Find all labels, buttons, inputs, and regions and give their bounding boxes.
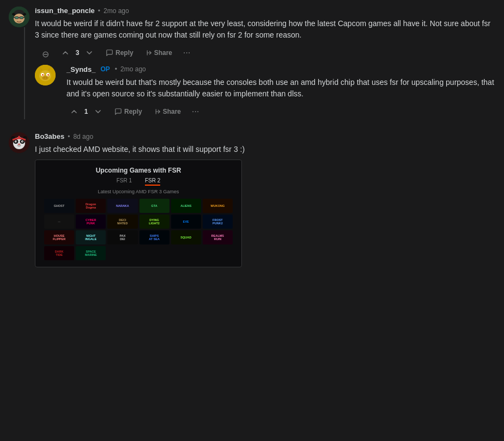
comment-header-bo3abes: Bo3abes • 8d ago (35, 132, 495, 140)
downvote-button-synds[interactable] (90, 105, 106, 118)
comment-text-bo3abes: I just checked AMD website, it shows tha… (35, 144, 495, 155)
vote-section-issun: ⊖ 3 (35, 46, 97, 59)
share-button-issun[interactable]: Share (140, 46, 177, 59)
comment-synds: _Synds_ OP • 2mo ago It would be weird b… (35, 65, 495, 119)
action-bar-issun: ⊖ 3 (35, 45, 495, 60)
reply-button-synds[interactable]: Reply (110, 105, 147, 118)
upvote-button-issun[interactable] (58, 46, 73, 59)
svg-point-32 (18, 144, 21, 145)
dot-issun: • (98, 7, 100, 15)
more-button-issun[interactable]: ··· (179, 45, 195, 60)
svg-point-18 (42, 74, 44, 76)
svg-point-31 (22, 142, 23, 143)
svg-point-19 (47, 74, 49, 76)
avatar-issun (9, 7, 29, 27)
username-issun: issun_the_poncle (35, 7, 95, 15)
more-button-synds[interactable]: ··· (187, 104, 203, 119)
collapse-button-issun[interactable]: ⊖ (35, 49, 56, 59)
comment-header-issun: issun_the_poncle • 2mo ago (35, 7, 495, 15)
reply-container-synds: _Synds_ OP • 2mo ago It would be weird b… (35, 65, 495, 119)
svg-rect-9 (13, 17, 15, 18)
username-synds: _Synds_ (66, 65, 95, 74)
comment-body-issun: issun_the_poncle • 2mo ago It would be w… (35, 7, 495, 119)
spacer (9, 124, 495, 132)
vote-count-synds: 1 (84, 108, 88, 115)
svg-rect-10 (23, 17, 25, 18)
upvote-button-synds[interactable] (66, 105, 82, 118)
comment-body-synds: _Synds_ OP • 2mo ago It would be weird b… (61, 65, 495, 119)
svg-point-15 (42, 76, 48, 80)
reply-button-issun[interactable]: Reply (101, 46, 138, 59)
avatar-bo3abes (9, 132, 29, 153)
comments-container: issun_the_poncle • 2mo ago It would be w… (0, 0, 504, 278)
share-button-synds[interactable]: Share (149, 105, 185, 118)
vote-count-issun: 3 (75, 49, 80, 57)
svg-point-30 (16, 142, 17, 143)
svg-point-20 (44, 77, 45, 78)
comment-body-bo3abes: Bo3abes • 8d ago I just checked AMD webs… (35, 132, 495, 267)
action-bar-synds: 1 Reply (66, 104, 495, 119)
dot-bo3abes: • (68, 133, 70, 140)
timestamp-issun: 2mo ago (104, 7, 129, 15)
svg-rect-7 (15, 17, 18, 19)
username-bo3abes: Bo3abes (35, 132, 64, 140)
svg-point-35 (18, 136, 20, 138)
timestamp-synds: 2mo ago (120, 65, 146, 73)
comment-bo3abes: Bo3abes • 8d ago I just checked AMD webs… (9, 132, 495, 267)
comment-text-synds: It would be weird but that's mostly beca… (66, 77, 495, 100)
thread-line-issun (24, 27, 25, 119)
downvote-button-issun[interactable] (82, 46, 97, 59)
svg-point-21 (46, 77, 47, 78)
comment-header-synds: _Synds_ OP • 2mo ago (66, 65, 495, 74)
vote-section-synds: 1 (66, 105, 106, 118)
fsr-image-card: Upcoming Games with FSR FSR 1 FSR 2 Late… (35, 160, 242, 267)
op-badge-synds: OP (99, 65, 111, 74)
comment-text-issun: It would be weird if it didn't have fsr … (35, 18, 495, 41)
thread-col (9, 7, 29, 119)
svg-rect-6 (19, 17, 20, 19)
comment-issun: issun_the_poncle • 2mo ago It would be w… (9, 7, 495, 119)
svg-rect-8 (20, 17, 23, 19)
timestamp-bo3abes: 8d ago (73, 133, 93, 140)
avatar-synds (35, 65, 56, 85)
dot-synds: • (115, 65, 117, 73)
